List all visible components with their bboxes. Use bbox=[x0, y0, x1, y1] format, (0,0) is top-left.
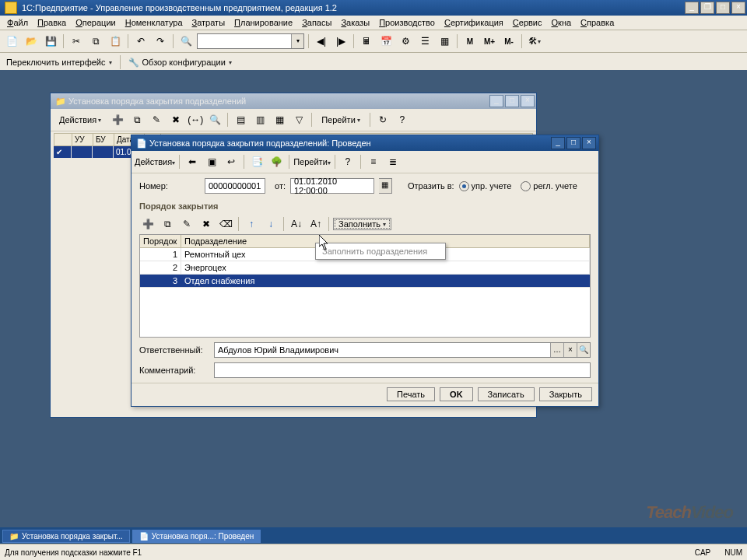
list-window-titlebar[interactable]: 📁 Установка порядка закрытия подразделен… bbox=[51, 93, 536, 109]
cut-icon[interactable]: ✂ bbox=[68, 33, 85, 50]
dialog-close[interactable]: × bbox=[582, 137, 596, 149]
date-picker-icon[interactable]: ▦ bbox=[379, 178, 392, 194]
responsible-choose-icon[interactable]: … bbox=[550, 343, 563, 357]
dialog-minimize[interactable]: _ bbox=[551, 137, 565, 149]
write-button[interactable]: Записать bbox=[478, 387, 535, 401]
list-refresh-icon[interactable]: (↔) bbox=[187, 111, 204, 128]
order-edit-icon[interactable]: ✎ bbox=[178, 215, 195, 233]
order-delete-icon[interactable]: ✖ bbox=[198, 215, 215, 233]
order-row-2[interactable]: 2 Энергоцех bbox=[140, 261, 590, 275]
undo-icon[interactable]: ↶ bbox=[132, 33, 149, 50]
menu-windows[interactable]: Окна bbox=[548, 17, 576, 28]
list-help-icon[interactable]: ? bbox=[394, 111, 411, 128]
new-doc-icon[interactable]: 📄 bbox=[3, 33, 20, 50]
chart-icon[interactable]: ▦ bbox=[436, 33, 453, 50]
list-find-icon[interactable]: 🔍 bbox=[206, 111, 223, 128]
order-sort1-icon[interactable]: A↓ bbox=[288, 215, 305, 233]
menu-edit[interactable]: Правка bbox=[33, 17, 70, 28]
taskbar-item-1[interactable]: 📁 Установка порядка закрыт... bbox=[2, 530, 130, 543]
list-filter2-icon[interactable]: ▥ bbox=[251, 111, 268, 128]
switch-interface-button[interactable]: Переключить интерфейс▾ bbox=[3, 57, 115, 68]
order-moveup-icon[interactable]: ↑ bbox=[243, 215, 260, 233]
list-refresh2-icon[interactable]: ↻ bbox=[374, 111, 391, 128]
list-funnel-icon[interactable]: ▽ bbox=[290, 111, 307, 128]
paste-icon[interactable]: 📋 bbox=[107, 33, 124, 50]
list-copy-icon[interactable]: ⧉ bbox=[128, 111, 146, 128]
menu-file[interactable]: Файл bbox=[3, 17, 32, 28]
order-add-icon[interactable]: ➕ bbox=[139, 215, 156, 233]
nav-fwd-icon[interactable]: |▶ bbox=[332, 33, 349, 50]
menu-costs[interactable]: Затраты bbox=[188, 17, 230, 28]
responsible-open-icon[interactable]: 🔍 bbox=[577, 343, 590, 357]
order-col-order[interactable]: Порядок bbox=[140, 235, 181, 247]
fill-departments-item[interactable]: Заполнить подразделения bbox=[317, 245, 444, 257]
dialog-settings2-icon[interactable]: ≣ bbox=[384, 153, 402, 170]
config-overview-button[interactable]: 🔧 Обзор конфигурации▾ bbox=[125, 57, 235, 68]
list-goto-button[interactable]: Перейти▾ bbox=[316, 113, 366, 127]
calendar-icon[interactable]: 📅 bbox=[377, 33, 395, 50]
list-edit-icon[interactable]: ✎ bbox=[148, 111, 165, 128]
list-window-close[interactable]: × bbox=[521, 95, 535, 107]
dialog-repost-icon[interactable]: ▣ bbox=[203, 153, 220, 170]
order-sort2-icon[interactable]: A↑ bbox=[307, 215, 324, 233]
ok-button[interactable]: OK bbox=[440, 387, 473, 401]
list-filter3-icon[interactable]: ▦ bbox=[271, 111, 288, 128]
number-input[interactable]: 00000000001 bbox=[205, 178, 265, 194]
dialog-goto-button[interactable]: Перейти▾ bbox=[293, 157, 331, 166]
dialog-actions-button[interactable]: Действия▾ bbox=[135, 157, 175, 166]
menu-production[interactable]: Производство bbox=[375, 17, 439, 28]
dialog-settings1-icon[interactable]: ≡ bbox=[365, 153, 382, 170]
app-minimize-button[interactable]: _ bbox=[685, 2, 699, 14]
list-delete-icon[interactable]: ✖ bbox=[167, 111, 184, 128]
order-copy-icon[interactable]: ⧉ bbox=[159, 215, 176, 233]
dialog-unpost-icon[interactable]: ↩ bbox=[223, 153, 240, 170]
calc-icon[interactable]: 🖩 bbox=[358, 33, 375, 50]
menu-nomenclature[interactable]: Номенклатура bbox=[121, 17, 187, 28]
list-actions-button[interactable]: Действия▾ bbox=[54, 113, 107, 127]
radio-mgmt[interactable]: упр. учете bbox=[459, 181, 512, 191]
menu-operations[interactable]: Операции bbox=[72, 17, 119, 28]
dialog-post-icon[interactable]: ⬅ bbox=[184, 153, 201, 170]
nav-back-icon[interactable]: ◀| bbox=[313, 33, 330, 50]
close-button[interactable]: Закрыть bbox=[539, 387, 592, 401]
menu-service[interactable]: Сервис bbox=[509, 17, 546, 28]
fill-button[interactable]: Заполнить▾ bbox=[333, 218, 391, 230]
search-combo[interactable]: ▾ bbox=[197, 33, 304, 49]
find-icon[interactable]: 🔍 bbox=[177, 33, 195, 50]
order-movedown-icon[interactable]: ↓ bbox=[262, 215, 279, 233]
dialog-struct-icon[interactable]: 🌳 bbox=[268, 153, 285, 170]
app-close-button[interactable]: × bbox=[731, 2, 745, 14]
open-icon[interactable]: 📂 bbox=[23, 33, 40, 50]
app-restore-button[interactable]: ❐ bbox=[700, 2, 714, 14]
comment-input[interactable] bbox=[214, 362, 591, 378]
app-maximize-button[interactable]: □ bbox=[716, 2, 730, 14]
mem-mplus-icon[interactable]: M+ bbox=[481, 33, 498, 50]
taskbar-item-2[interactable]: 📄 Установка поря...: Проведен bbox=[132, 530, 261, 543]
save-icon[interactable]: 💾 bbox=[42, 33, 59, 50]
dialog-basis-icon[interactable]: 📑 bbox=[248, 153, 265, 170]
menu-stock[interactable]: Запасы bbox=[298, 17, 335, 28]
mem-m-icon[interactable]: M bbox=[461, 33, 479, 50]
radio-reg[interactable]: регл. учете bbox=[521, 181, 577, 191]
order-clear-icon[interactable]: ⌫ bbox=[217, 215, 234, 233]
list-filter1-icon[interactable]: ▤ bbox=[232, 111, 249, 128]
props-icon[interactable]: ⚙ bbox=[397, 33, 414, 50]
tools-dropdown-icon[interactable]: 🛠▾ bbox=[526, 33, 543, 50]
dialog-titlebar[interactable]: 📄 Установка порядка закрытия подразделен… bbox=[132, 135, 598, 151]
dialog-maximize[interactable]: □ bbox=[566, 137, 580, 149]
tree-icon[interactable]: ☰ bbox=[416, 33, 433, 50]
list-window-minimize[interactable]: _ bbox=[489, 95, 503, 107]
mem-mminus-icon[interactable]: M- bbox=[500, 33, 517, 50]
print-button[interactable]: Печать bbox=[387, 387, 435, 401]
menu-certification[interactable]: Сертификация bbox=[440, 17, 507, 28]
dialog-help-icon[interactable]: ? bbox=[339, 153, 356, 170]
redo-icon[interactable]: ↷ bbox=[152, 33, 169, 50]
responsible-input[interactable]: Абдулов Юрий Владимирович … × 🔍 bbox=[214, 342, 591, 358]
list-add-icon[interactable]: ➕ bbox=[109, 111, 126, 128]
list-window-maximize[interactable]: □ bbox=[505, 95, 519, 107]
responsible-clear-icon[interactable]: × bbox=[563, 343, 577, 357]
date-input[interactable]: 01.01.2010 12:00:00 bbox=[290, 178, 374, 194]
copy-icon[interactable]: ⧉ bbox=[87, 33, 104, 50]
order-row-3[interactable]: 3 Отдел снабжения bbox=[140, 275, 590, 288]
menu-planning[interactable]: Планирование bbox=[230, 17, 296, 28]
